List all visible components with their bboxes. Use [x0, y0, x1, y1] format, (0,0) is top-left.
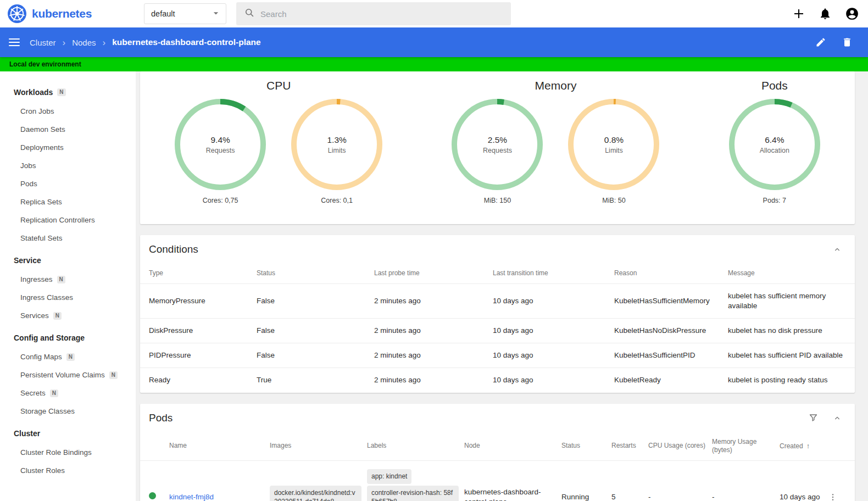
- sidebar-section-service[interactable]: Service: [0, 247, 136, 270]
- environment-banner: Local dev environment: [0, 57, 868, 71]
- account-button[interactable]: [845, 7, 859, 21]
- pods-filter-button[interactable]: [808, 413, 819, 423]
- sidebar-item-label: Jobs: [20, 162, 36, 170]
- namespaced-badge: N: [57, 88, 65, 96]
- donut-label: Limits: [605, 147, 623, 154]
- create-resource-button[interactable]: [792, 7, 805, 20]
- action-bar: Cluster›Nodes›kubernetes-dashboard-contr…: [0, 27, 868, 57]
- column-header-restarts: Restarts: [611, 432, 648, 461]
- condition-cell: 2 minutes ago: [374, 319, 493, 343]
- edit-button[interactable]: [815, 37, 826, 48]
- breadcrumb-current: kubernetes-dashboard-control-plane: [112, 37, 260, 47]
- conditions-header-row: TypeStatusLast probe timeLast transition…: [140, 264, 855, 283]
- sidebar-item-storage-classes[interactable]: Storage Classes: [0, 402, 136, 420]
- namespaced-badge: N: [66, 353, 75, 361]
- bell-icon: [819, 7, 832, 20]
- sidebar-item-pods[interactable]: Pods: [0, 175, 136, 193]
- column-header-type: Type: [140, 264, 257, 283]
- pod-node-cell: kubernetes-dashboard-control-plane: [464, 460, 561, 501]
- donut-percent: 1.3%: [327, 135, 346, 145]
- donut-caption: Cores: 0,1: [321, 197, 353, 204]
- sidebar-item-services[interactable]: ServicesN: [0, 307, 136, 325]
- conditions-card: Conditions TypeStatusLast probe timeLast…: [140, 235, 855, 393]
- breadcrumb-link-cluster[interactable]: Cluster: [30, 38, 56, 47]
- sidebar-item-cluster-roles[interactable]: Cluster Roles: [0, 461, 136, 480]
- pods-tbody: kindnet-fmj8ddocker.io/kindest/kindnetd:…: [140, 460, 855, 501]
- sidebar-item-replication-controllers[interactable]: Replication Controllers: [0, 211, 136, 229]
- allocation-group-cpu: CPU9.4%RequestsCores: 0,751.3%LimitsCore…: [162, 76, 395, 204]
- pod-name-link[interactable]: kindnet-fmj8d: [169, 493, 214, 501]
- sidebar-item-persistent-volume-claims[interactable]: Persistent Volume ClaimsN: [0, 366, 136, 384]
- condition-row: PIDPressureFalse2 minutes ago10 days ago…: [140, 343, 855, 368]
- condition-cell: KubeletHasSufficientMemory: [614, 283, 728, 318]
- condition-cell: True: [257, 368, 374, 393]
- column-header-status: Status: [257, 264, 374, 283]
- pod-actions-menu-button[interactable]: [828, 493, 837, 501]
- vertical-dots-icon: [828, 493, 837, 501]
- pods-header-row: NameImagesLabelsNodeStatusRestartsCPU Us…: [140, 432, 855, 461]
- condition-row: ReadyTrue2 minutes ago10 days agoKubelet…: [140, 368, 855, 393]
- pods-title: Pods: [149, 412, 173, 424]
- breadcrumb-link-nodes[interactable]: Nodes: [72, 38, 96, 47]
- search-input[interactable]: [260, 9, 503, 19]
- pods-collapse-button[interactable]: [833, 414, 842, 422]
- sidebar-item-stateful-sets[interactable]: Stateful Sets: [0, 229, 136, 247]
- sidebar-item-replica-sets[interactable]: Replica Sets: [0, 193, 136, 211]
- namespaced-badge: N: [109, 371, 118, 379]
- sidebar-item-label: Secrets: [20, 389, 46, 397]
- sidebar-section-cluster[interactable]: Cluster: [0, 420, 136, 443]
- column-header-cpu-usage-cores: CPU Usage (cores): [648, 432, 712, 461]
- search-bar[interactable]: [236, 2, 511, 25]
- sidebar-item-cron-jobs[interactable]: Cron Jobs: [0, 102, 136, 120]
- sort-ascending-icon[interactable]: ↑: [806, 442, 810, 450]
- sidebar-item-jobs[interactable]: Jobs: [0, 157, 136, 175]
- sidebar-item-cluster-role-bindings[interactable]: Cluster Role Bindings: [0, 443, 136, 461]
- sidebar-item-deployments[interactable]: Deployments: [0, 138, 136, 157]
- kubernetes-logo-icon: [8, 4, 26, 23]
- chevron-up-icon: [833, 245, 842, 254]
- donut-chart: 2.5%Requests: [452, 99, 543, 190]
- donut-caption: Cores: 0,75: [203, 197, 238, 204]
- column-header-status: Status: [561, 432, 611, 461]
- pod-status-cell: Running: [561, 460, 611, 501]
- hamburger-icon: [9, 38, 20, 46]
- conditions-card-header: Conditions: [140, 235, 855, 264]
- condition-row: MemoryPressureFalse2 minutes ago10 days …: [140, 283, 855, 318]
- column-header-name: Name: [169, 432, 270, 461]
- namespace-selector[interactable]: default: [144, 3, 226, 24]
- allocation-card: CPU9.4%RequestsCores: 0,751.3%LimitsCore…: [140, 71, 855, 224]
- brand[interactable]: kubernetes: [0, 4, 144, 23]
- condition-cell: 10 days ago: [493, 368, 614, 393]
- sidebar-item-secrets[interactable]: SecretsN: [0, 384, 136, 402]
- column-header-reason: Reason: [614, 264, 728, 283]
- condition-cell: KubeletHasNoDiskPressure: [614, 319, 728, 343]
- sidebar-item-label: Cron Jobs: [20, 107, 54, 115]
- sidebar-section-config-and-storage[interactable]: Config and Storage: [0, 325, 136, 348]
- pod-image-chip: docker.io/kindest/kindnetd:v20230511-dc7…: [270, 486, 361, 501]
- app-header: kubernetes default: [0, 0, 868, 27]
- sidebar-item-daemon-sets[interactable]: Daemon Sets: [0, 120, 136, 138]
- sidebar-item-label: Config Maps: [20, 353, 62, 361]
- condition-row: DiskPressureFalse2 minutes ago10 days ag…: [140, 319, 855, 343]
- sidebar-item-label: Replication Controllers: [20, 216, 95, 224]
- namespaced-badge: N: [53, 312, 62, 320]
- sidebar-item-label: Daemon Sets: [20, 125, 65, 133]
- column-header-created: Created↑: [780, 432, 828, 461]
- allocation-group-pods: Pods6.4%AllocationPods: 7: [716, 76, 833, 204]
- condition-cell: kubelet has no disk pressure: [728, 319, 855, 343]
- sidebar-item-ingresses[interactable]: IngressesN: [0, 270, 136, 288]
- column-header-status-dot: [140, 432, 169, 461]
- notifications-button[interactable]: [819, 7, 832, 20]
- conditions-collapse-button[interactable]: [833, 245, 842, 254]
- donut-caption: MiB: 50: [602, 197, 625, 204]
- sidebar-item-config-maps[interactable]: Config MapsN: [0, 348, 136, 366]
- sidebar-section-workloads[interactable]: WorkloadsN: [0, 77, 136, 102]
- delete-button[interactable]: [842, 37, 853, 48]
- condition-cell: 10 days ago: [493, 343, 614, 368]
- sidebar-section-label: Cluster: [14, 429, 40, 438]
- condition-cell: DiskPressure: [140, 319, 257, 343]
- menu-button[interactable]: [9, 38, 20, 46]
- donut-cpu-requests: 9.4%RequestsCores: 0,75: [162, 99, 279, 204]
- condition-cell: False: [257, 283, 374, 318]
- sidebar-item-ingress-classes[interactable]: Ingress Classes: [0, 288, 136, 307]
